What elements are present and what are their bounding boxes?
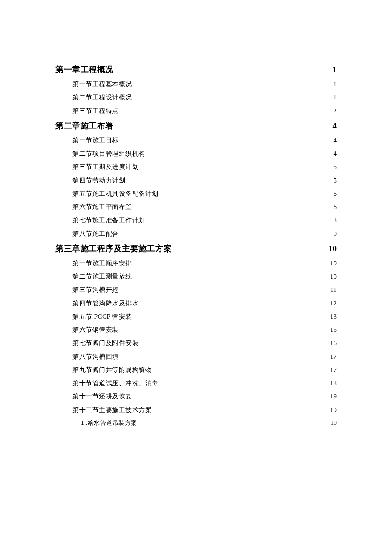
toc-page-number: 9 — [334, 229, 337, 239]
toc-page-number: 19 — [331, 418, 337, 427]
toc-title: 第三节沟槽开挖 — [72, 285, 119, 295]
toc-title: 第七节阀门及附件安装 — [72, 338, 138, 348]
toc-title: 第九节阀门井等附属构筑物 — [72, 365, 152, 375]
toc-entry-section: 第五节施工机具设备配备计划 6 — [55, 189, 337, 199]
toc-title: 第四节劳动力计划 — [72, 176, 125, 186]
toc-title: 第一章工程概况 — [55, 64, 114, 75]
toc-entry-section: 第十二节主要施工技术方案 19 — [55, 405, 337, 415]
toc-title: 第五节 PCCP 管安装 — [72, 312, 132, 322]
toc-title: 1 .给水管道吊装方案 — [81, 418, 137, 427]
toc-entry-section: 第四节管沟降水及排水 12 — [55, 299, 337, 308]
toc-page-number: 1 — [333, 65, 337, 74]
toc-entry-section: 第二节施工测量放线 10 — [55, 272, 337, 282]
toc-title: 第二节施工测量放线 — [72, 272, 132, 282]
toc-entry-section: 第七节施工准备工作计划 8 — [55, 215, 337, 225]
toc-entry-section: 第二节项目管理组织机构 4 — [55, 149, 337, 159]
toc-entry-section: 第三节沟槽开挖 11 — [55, 285, 337, 295]
toc-title: 第一节施工顺序安排 — [72, 259, 132, 268]
toc-page-number: 17 — [330, 352, 337, 362]
toc-title: 第三章施工程序及主要施工方案 — [55, 243, 172, 254]
toc-page-number: 5 — [334, 162, 337, 172]
toc-title: 第三节工期及进度计划 — [72, 162, 138, 172]
toc-page-number: 18 — [330, 378, 337, 388]
toc-title: 第二节工程设计概况 — [72, 93, 132, 102]
toc-entry-section: 第八节沟槽回填 17 — [55, 352, 337, 362]
toc-entry-chapter: 第三章施工程序及主要施工方案 10 — [55, 243, 337, 254]
toc-entry-chapter: 第一章工程概况 1 — [55, 64, 337, 75]
toc-entry-section: 第三节工程特点 2 — [55, 106, 337, 116]
toc-page-number: 1 — [334, 79, 337, 89]
toc-page-number: 10 — [330, 272, 337, 282]
toc-page-number: 11 — [331, 285, 337, 295]
toc-title: 第二章施工布署 — [55, 120, 114, 131]
toc-entry-section: 第五节 PCCP 管安装 13 — [55, 312, 337, 322]
toc-page-number: 10 — [330, 259, 337, 268]
toc-entry-section: 第九节阀门井等附属构筑物 17 — [55, 365, 337, 375]
toc-title: 第一节工程基本概况 — [72, 79, 132, 89]
toc-entry-section: 第三节工期及进度计划 5 — [55, 162, 337, 172]
toc-page-number: 4 — [333, 121, 337, 131]
toc-entry-section: 第一节工程基本概况 1 — [55, 79, 337, 89]
toc-title: 第十一节还耕及恢复 — [72, 392, 132, 401]
toc-page-number: 6 — [334, 189, 337, 199]
toc-page-number: 4 — [334, 149, 337, 159]
toc-page-number: 16 — [330, 338, 337, 348]
toc-title: 第十二节主要施工技术方案 — [72, 405, 152, 415]
toc-entry-chapter: 第二章施工布署 4 — [55, 120, 337, 131]
toc-entry-section: 第七节阀门及附件安装 16 — [55, 338, 337, 348]
toc-page-number: 17 — [330, 365, 337, 375]
toc-page-number: 12 — [330, 299, 337, 308]
document-page: 第一章工程概况 1 第一节工程基本概况 1 第二节工程设计概况 1 第三节工程特… — [0, 0, 392, 555]
toc-entry-section: 第六节钢管安装 15 — [55, 325, 337, 335]
toc-entry-section: 第四节劳动力计划 5 — [55, 176, 337, 186]
toc-title: 第四节管沟降水及排水 — [72, 299, 138, 308]
toc-title: 第十节管道试压、冲洗、消毒 — [72, 378, 159, 388]
toc-title: 第八节沟槽回填 — [72, 352, 119, 362]
toc-title: 第一节施工目标 — [72, 136, 119, 145]
toc-page-number: 15 — [330, 325, 337, 335]
toc-page-number: 4 — [334, 136, 337, 145]
toc-entry-section: 第一节施工目标 4 — [55, 136, 337, 145]
toc-page-number: 2 — [334, 106, 337, 116]
table-of-contents: 第一章工程概况 1 第一节工程基本概况 1 第二节工程设计概况 1 第三节工程特… — [55, 64, 337, 427]
toc-title: 第二节项目管理组织机构 — [72, 149, 145, 159]
toc-page-number: 13 — [330, 312, 337, 322]
toc-title: 第六节钢管安装 — [72, 325, 119, 335]
toc-page-number: 10 — [329, 244, 337, 253]
toc-title: 第五节施工机具设备配备计划 — [72, 189, 159, 199]
toc-page-number: 8 — [334, 215, 337, 225]
toc-entry-section: 第六节施工平面布置 6 — [55, 202, 337, 212]
toc-entry-section: 第二节工程设计概况 1 — [55, 93, 337, 102]
toc-page-number: 1 — [334, 93, 337, 102]
toc-page-number: 19 — [330, 405, 337, 415]
toc-entry-subsection: 1 .给水管道吊装方案 19 — [55, 418, 337, 427]
toc-title: 第六节施工平面布置 — [72, 202, 132, 212]
toc-entry-section: 第一节施工顺序安排 10 — [55, 259, 337, 268]
toc-page-number: 6 — [334, 202, 337, 212]
toc-entry-section: 第十节管道试压、冲洗、消毒 18 — [55, 378, 337, 388]
toc-page-number: 19 — [330, 392, 337, 401]
toc-title: 第七节施工准备工作计划 — [72, 215, 145, 225]
toc-title: 第八节施工配合 — [72, 229, 119, 239]
toc-entry-section: 第八节施工配合 9 — [55, 229, 337, 239]
toc-title: 第三节工程特点 — [72, 106, 119, 116]
toc-entry-section: 第十一节还耕及恢复 19 — [55, 392, 337, 401]
toc-page-number: 5 — [334, 176, 337, 186]
